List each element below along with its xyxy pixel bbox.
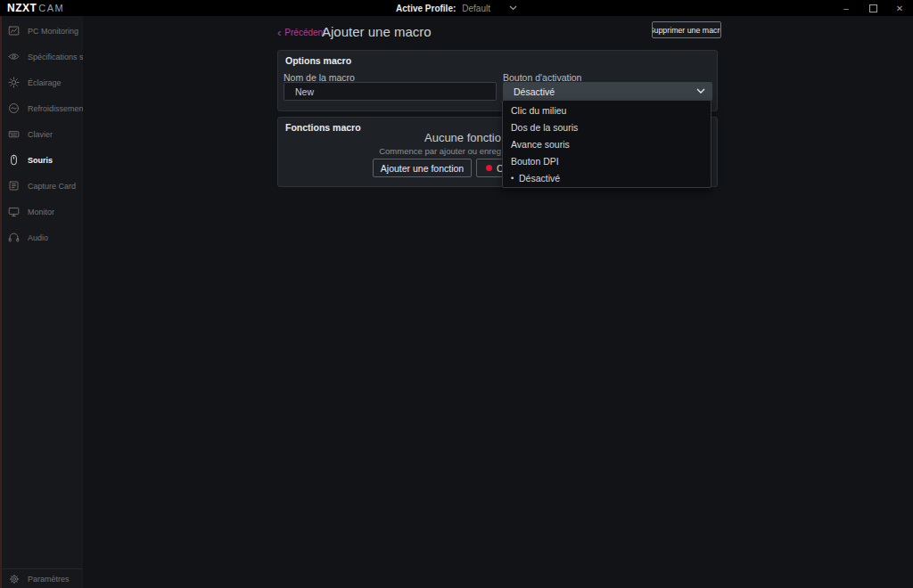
sidebar-item-label: PC Monitoring [28, 27, 78, 36]
window-edge-strip [0, 16, 2, 588]
window-controls: – ✕ [833, 0, 913, 16]
dropdown-option-middle-click[interactable]: Clic du milieu [503, 102, 711, 118]
sidebar-item-cooling[interactable]: Refroidissement [0, 95, 83, 121]
mouse-icon [8, 154, 20, 166]
sidebar-item-audio[interactable]: Audio [0, 225, 83, 250]
sidebar-item-lighting[interactable]: Éclairage [0, 69, 83, 95]
empty-state-title: Aucune fonctio [424, 131, 501, 144]
chevron-down-icon [696, 88, 705, 94]
trigger-selected-value: Désactivé [514, 86, 555, 97]
cooling-icon [8, 102, 20, 114]
sidebar-item-pc-monitoring[interactable]: PC Monitoring [0, 18, 83, 44]
sidebar-item-settings[interactable]: Paramètres [0, 568, 83, 588]
macro-name-input[interactable] [284, 82, 497, 101]
delete-macro-button[interactable]: Supprimer une macro [652, 21, 721, 38]
eye-icon [8, 51, 20, 62]
keyboard-icon [8, 128, 20, 140]
back-button[interactable]: ‹ Précédent [277, 28, 325, 37]
sidebar-item-label: Spécifications système [28, 53, 83, 61]
sun-icon [8, 77, 20, 88]
trigger-button-select[interactable]: Désactivé [503, 82, 712, 101]
trigger-dropdown-menu: Clic du milieu Dos de la souris Avance s… [502, 100, 711, 188]
sidebar-item-label: Souris [28, 156, 53, 165]
option-label: Bouton DPI [511, 156, 559, 167]
option-label: Avance souris [511, 139, 570, 150]
minimize-icon: – [843, 4, 849, 13]
sidebar-item-label: Monitor [28, 208, 54, 216]
sidebar-item-mouse[interactable]: Souris [0, 147, 83, 173]
chart-icon [8, 25, 20, 37]
sidebar-nav: PC Monitoring Spécifications système Écl… [0, 18, 83, 250]
add-function-button[interactable]: Ajouter une fonction [373, 159, 472, 177]
logo-cam: CAM [38, 3, 64, 13]
option-label: Clic du milieu [511, 105, 566, 116]
sidebar-item-label: Éclairage [28, 78, 62, 87]
sidebar-item-label: Clavier [28, 130, 53, 139]
gear-icon [9, 574, 20, 584]
panel-title: Options macro [285, 55, 351, 66]
close-button[interactable]: ✕ [886, 0, 913, 16]
panel-title: Fonctions macro [285, 122, 361, 133]
dropdown-option-dpi-button[interactable]: Bouton DPI [503, 152, 711, 169]
active-profile-value: Default [462, 4, 490, 13]
chevron-left-icon: ‹ [277, 29, 281, 37]
sidebar-item-keyboard[interactable]: Clavier [0, 121, 83, 147]
sidebar-item-label: Audio [28, 233, 48, 242]
dropdown-option-disabled[interactable]: • Désactivé [503, 169, 711, 186]
active-profile-selector[interactable]: Active Profile: Default [396, 4, 517, 13]
nzxt-cam-window: NZXT CAM Active Profile: Default – ✕ PC … [0, 0, 913, 588]
page-title: Ajouter une macro [322, 24, 432, 39]
chevron-down-icon [509, 5, 517, 11]
minimize-button[interactable]: – [833, 0, 860, 16]
active-profile-label: Active Profile: [396, 4, 456, 13]
empty-state-subtitle: Commence par ajouter ou enreg [379, 146, 501, 156]
back-label: Précédent [284, 28, 325, 37]
sidebar-item-label: Refroidissement [28, 104, 83, 113]
monitor-icon [8, 206, 20, 217]
nzxt-cam-logo: NZXT CAM [0, 2, 64, 14]
logo-nzxt: NZXT [7, 2, 37, 14]
titlebar: NZXT CAM Active Profile: Default – ✕ [0, 0, 913, 16]
close-icon: ✕ [896, 4, 903, 13]
dropdown-option-mouse-back[interactable]: Dos de la souris [503, 118, 711, 135]
sidebar-item-monitor[interactable]: Monitor [0, 199, 83, 225]
sidebar-item-capture-card[interactable]: Capture Card [0, 173, 83, 199]
sidebar-item-specifications[interactable]: Spécifications système [0, 44, 83, 69]
maximize-icon [869, 4, 877, 12]
option-label: Désactivé [519, 173, 560, 184]
option-label: Dos de la souris [511, 122, 578, 133]
capture-card-icon [8, 180, 20, 192]
dropdown-option-mouse-forward[interactable]: Avance souris [503, 135, 711, 152]
headphones-icon [8, 232, 20, 243]
record-dot-icon [486, 165, 492, 171]
selected-bullet-icon: • [511, 174, 519, 183]
sidebar: PC Monitoring Spécifications système Écl… [0, 16, 83, 588]
maximize-button[interactable] [860, 0, 886, 16]
sidebar-item-label: Paramètres [28, 575, 70, 584]
sidebar-item-label: Capture Card [28, 182, 76, 191]
